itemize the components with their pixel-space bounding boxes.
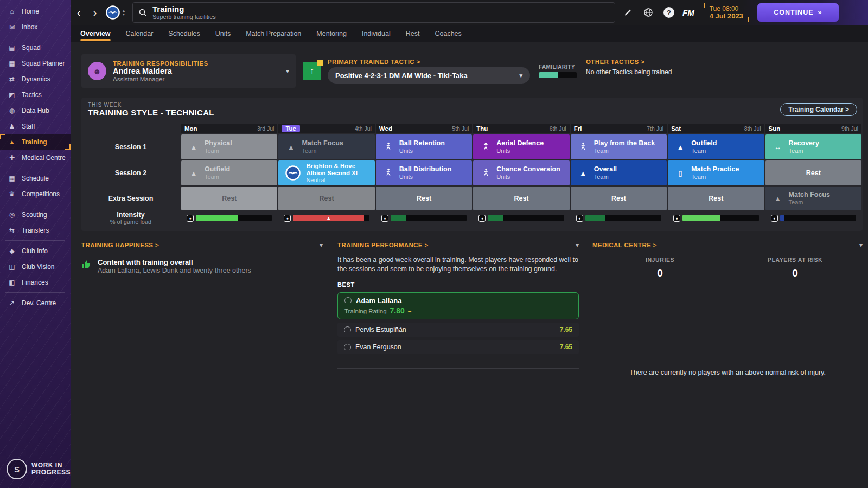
medical-note: There are currently no players with an a… — [592, 369, 863, 376]
session-cell[interactable]: ▲Match FocusTeam — [278, 134, 374, 159]
team-switcher[interactable]: ▴▾ — [123, 9, 125, 16]
sidebar-item-squad-planner[interactable]: ▦Squad Planner — [0, 55, 71, 71]
sidebar-item-scouting[interactable]: ◎Scouting — [0, 207, 71, 222]
player-load-icon: ● — [187, 215, 194, 222]
tab-rest[interactable]: Rest — [406, 25, 420, 42]
intensity-bar: ● — [668, 211, 764, 224]
club-badge[interactable] — [105, 5, 120, 20]
tab-overview[interactable]: Overview — [80, 25, 111, 42]
chevron-down-icon[interactable]: ▾ — [320, 241, 323, 249]
session-cell[interactable]: Chance ConversionUnits — [473, 160, 569, 185]
chevron-down-icon[interactable]: ▾ — [859, 241, 863, 249]
session-cell[interactable]: ▲OutfieldTeam — [181, 160, 277, 185]
today-chip: Tue — [282, 125, 300, 132]
training-happiness-heading[interactable]: TRAINING HAPPINESS > — [81, 242, 159, 248]
rest-cell[interactable]: Rest — [181, 187, 277, 210]
rest-cell[interactable]: Rest — [668, 187, 764, 210]
back-button[interactable]: ‹ — [71, 7, 87, 19]
training-happiness-section: TRAINING HAPPINESS > ▾ Content with trai… — [81, 241, 323, 274]
session-cell[interactable]: Ball RetentionUnits — [376, 134, 472, 159]
tab-coaches[interactable]: Coaches — [435, 25, 461, 42]
sidebar-item-staff[interactable]: ♟Staff — [0, 118, 71, 134]
rest-cell[interactable]: Rest — [376, 187, 472, 210]
chevron-down-icon[interactable]: ▾ — [576, 241, 579, 249]
pencil-icon — [623, 8, 632, 17]
sidebar-item-transfers[interactable]: ⇆Transfers — [0, 222, 71, 238]
sidebar-item-squad[interactable]: ▤Squad — [0, 40, 71, 55]
day-header-thu: Thu6th Jul — [473, 124, 569, 133]
injuries-stat: INJURIES 0 — [592, 256, 727, 279]
sidebar-item-tactics[interactable]: ◩Tactics — [0, 87, 71, 102]
world-button[interactable] — [640, 4, 656, 21]
sidebar-item-training[interactable]: ▲Training — [0, 134, 71, 150]
responsible-staff-name: Andrea Maldera — [113, 67, 208, 76]
tab-mentoring[interactable]: Mentoring — [316, 25, 347, 42]
responsible-staff-role: Assistant Manager — [113, 76, 208, 82]
warning-icon: ▲ — [293, 215, 364, 221]
tab-match-preparation[interactable]: Match Preparation — [246, 25, 301, 42]
session-cell[interactable]: ▲Match FocusTeam — [765, 187, 861, 210]
sidebar-item-club-vision[interactable]: ◫Club Vision — [0, 259, 71, 274]
sidebar-item-medical-centre[interactable]: ✚Medical Centre — [0, 150, 71, 165]
continue-button[interactable]: CONTINUE» — [757, 3, 839, 22]
tactic-dropdown[interactable]: Positive 4-2-3-1 DM AM Wide - Tiki-Taka … — [328, 67, 530, 84]
session-cell[interactable]: Aerial DefenceUnits — [473, 134, 569, 159]
chevron-down-icon[interactable]: ▾ — [286, 67, 289, 75]
player-rating-row[interactable]: Pervis Estupiñán 7.65 — [337, 323, 579, 337]
tab-units[interactable]: Units — [215, 25, 231, 42]
sidebar-item-dynamics[interactable]: ⇄Dynamics — [0, 71, 71, 87]
primary-tactic-heading[interactable]: PRIMARY TRAINED TACTIC > — [328, 59, 530, 65]
tab-calendar[interactable]: Calendar — [126, 25, 154, 42]
session-cell[interactable]: ▯Match PracticeTeam — [668, 160, 764, 185]
sidebar-item-inbox[interactable]: ✉Inbox — [0, 19, 71, 35]
session-cell[interactable]: Play from the BackTeam — [571, 134, 667, 159]
player-rating-row[interactable]: Evan Ferguson 7.65 — [337, 340, 579, 354]
happiness-players: Adam Lallana, Lewis Dunk and twenty-thre… — [98, 267, 251, 274]
game-date-value: 4 Jul 2023 — [710, 12, 743, 20]
training-responsibilities-heading: TRAINING RESPONSIBILITIES — [113, 60, 208, 67]
page-title-box[interactable]: Training Superb training facilities — [132, 2, 615, 23]
medical-centre-heading[interactable]: MEDICAL CENTRE > — [592, 242, 657, 248]
forward-button[interactable]: › — [87, 7, 103, 19]
sidebar-item-data-hub[interactable]: ◍Data Hub — [0, 102, 71, 118]
happiness-item[interactable]: Content with training overall Adam Lalla… — [81, 258, 323, 274]
training-calendar-button[interactable]: Training Calendar > — [780, 103, 857, 116]
session-cell[interactable]: ▲OutfieldTeam — [668, 134, 764, 159]
edit-button[interactable] — [620, 4, 636, 21]
sidebar-divider — [5, 37, 65, 37]
help-button[interactable]: ? — [661, 4, 677, 21]
player-rating: 7.65 — [560, 326, 572, 333]
player-head-icon — [344, 297, 352, 304]
sidebar-item-schedule[interactable]: ▦Schedule — [0, 170, 71, 186]
training-icon: ▲ — [8, 138, 16, 146]
rest-cell[interactable]: Rest — [571, 187, 667, 210]
familiarity-meter: FAMILIARITY ▪ — [539, 64, 577, 78]
rest-cell[interactable]: Rest — [765, 160, 861, 185]
tactics-icon: ◩ — [8, 91, 16, 99]
tab-schedules[interactable]: Schedules — [168, 25, 200, 42]
sidebar-item-finances[interactable]: ◧Finances — [0, 274, 71, 290]
rest-cell[interactable]: Rest — [278, 187, 374, 210]
match-cell[interactable]: Brighton & Hove Albion Second XINeutral — [278, 160, 374, 185]
session-cell[interactable]: Ball DistributionUnits — [376, 160, 472, 185]
home-icon: ⌂ — [8, 8, 16, 15]
game-date[interactable]: Tue 08:00 4 Jul 2023 — [704, 3, 749, 22]
session-cell[interactable]: ↔RecoveryTeam — [765, 134, 861, 159]
training-performance-heading[interactable]: TRAINING PERFORMANCE > — [337, 242, 429, 248]
tab-individual[interactable]: Individual — [362, 25, 391, 42]
intensity-bar: ● — [765, 211, 861, 224]
session-cell[interactable]: ▲PhysicalTeam — [181, 134, 277, 159]
day-header-wed: Wed5th Jul — [376, 124, 472, 133]
session-cell[interactable]: ▲OverallTeam — [571, 160, 667, 185]
other-tactics-heading[interactable]: OTHER TACTICS > — [586, 59, 672, 65]
sidebar-item-home[interactable]: ⌂Home — [0, 3, 71, 19]
sidebar-item-dev-centre[interactable]: ↗Dev. Centre — [0, 295, 71, 311]
fm-logo: FM — [682, 8, 694, 17]
sidebar-item-club-info[interactable]: ◆Club Info — [0, 243, 71, 259]
player-load-icon: ● — [284, 215, 291, 222]
sidebar-item-competitions[interactable]: ♛Competitions — [0, 186, 71, 202]
training-responsibilities-card[interactable]: ☻ TRAINING RESPONSIBILITIES Andrea Malde… — [81, 54, 296, 88]
rest-cell[interactable]: Rest — [473, 187, 569, 210]
staff-icon: ♟ — [8, 123, 16, 130]
best-player-card[interactable]: Adam Lallana Training Rating7.80– — [337, 292, 579, 319]
